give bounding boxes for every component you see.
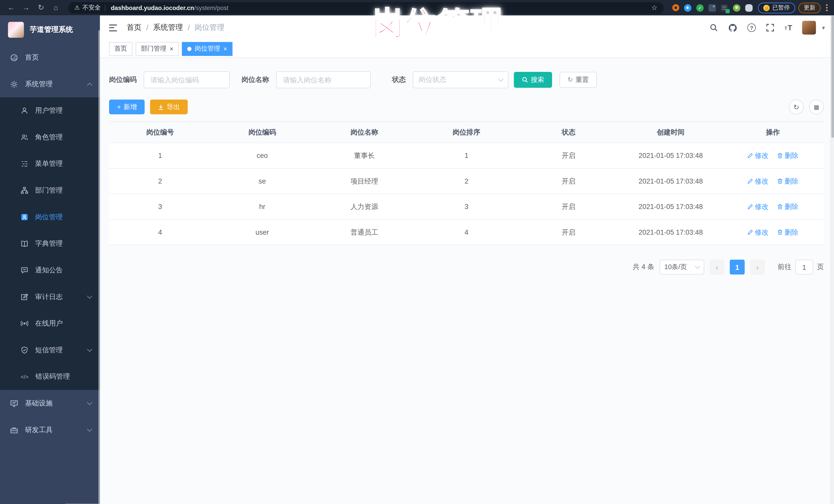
pin-extension-icon[interactable]	[684, 4, 692, 12]
download-icon	[158, 104, 164, 110]
check-extension-icon[interactable]: ✓	[696, 4, 704, 12]
home-icon[interactable]: ⌂	[50, 0, 62, 16]
sidebar-item-sms[interactable]: 短信管理	[0, 337, 100, 364]
column-header: 岗位编号	[109, 127, 211, 137]
edit-link[interactable]: 修改	[747, 227, 769, 237]
help-icon[interactable]: ?	[747, 23, 756, 32]
search-icon[interactable]	[709, 23, 718, 32]
edit-link[interactable]: 修改	[747, 151, 769, 160]
export-button[interactable]: 导出	[150, 100, 188, 114]
delete-link[interactable]: 删除	[777, 202, 798, 211]
page-scrollbar[interactable]	[830, 16, 834, 504]
update-button[interactable]: 更新	[798, 2, 821, 13]
paused-badge[interactable]: ☺ 已暂停	[758, 2, 795, 13]
sidebar-item-posts[interactable]: 岗位管理	[0, 204, 100, 231]
sidebar-item-label: 用户管理	[35, 106, 63, 115]
delete-link[interactable]: 删除	[777, 151, 798, 160]
cell-sort: 1	[415, 152, 518, 160]
prev-page-button[interactable]: ‹	[709, 260, 724, 275]
close-icon[interactable]: ×	[223, 45, 227, 52]
cell-sort: 2	[415, 177, 518, 185]
table-row[interactable]: 4 user 普通员工 4 开启 2021-01-05 17:03:48 修改 …	[109, 220, 824, 245]
refresh-icon: ↻	[568, 76, 573, 84]
sidebar-item-dict[interactable]: 字典管理	[0, 230, 100, 257]
close-icon[interactable]: ×	[170, 45, 174, 52]
table-header-row: 岗位编号 岗位编码 岗位名称 岗位排序 状态 创建时间 操作	[109, 122, 824, 143]
dashboard-icon	[10, 53, 18, 61]
sidebar-item-users[interactable]: 用户管理	[0, 97, 100, 124]
pencil-icon	[747, 229, 753, 235]
column-header: 操作	[722, 127, 824, 137]
delete-link[interactable]: 删除	[777, 227, 798, 237]
url-path: /system/post	[194, 5, 228, 11]
sidebar-item-error-codes[interactable]: </> 错误码管理	[0, 363, 100, 390]
sidebar-item-audit-log[interactable]: 审计日志	[0, 283, 100, 310]
sliders-extension-icon[interactable]	[708, 4, 716, 12]
search-button[interactable]: 搜索	[514, 72, 552, 88]
not-secure-label[interactable]: 不安全	[82, 4, 101, 12]
sidebar-item-label: 通知公告	[35, 265, 63, 275]
next-page-button[interactable]: ›	[750, 260, 765, 275]
table-row[interactable]: 1 ceo 董事长 1 开启 2021-01-05 17:03:48 修改 删除	[109, 143, 824, 169]
caret-down-icon[interactable]: ▾	[822, 24, 825, 31]
edit-link[interactable]: 修改	[747, 202, 769, 211]
post-name-input[interactable]	[276, 71, 371, 88]
reload-icon[interactable]: ↻	[35, 0, 47, 16]
cell-id: 1	[109, 152, 211, 160]
font-size-icon[interactable]: TT	[785, 24, 792, 31]
forward-icon[interactable]: →	[20, 0, 32, 16]
sidebar-item-depts[interactable]: 部门管理	[0, 177, 100, 204]
toolbox-icon	[10, 426, 18, 434]
list-extension-icon[interactable]	[721, 4, 728, 12]
avatar[interactable]	[803, 21, 816, 35]
search-button-label: 搜索	[531, 75, 544, 84]
delete-link[interactable]: 删除	[777, 176, 798, 186]
github-icon[interactable]	[728, 23, 737, 32]
donut-extension-icon[interactable]	[672, 4, 679, 11]
goto-page-input[interactable]	[795, 260, 813, 275]
collapse-sidebar-icon[interactable]	[109, 24, 117, 31]
tab-post[interactable]: 岗位管理 ×	[182, 42, 233, 56]
breadcrumb-section[interactable]: 系统管理	[153, 23, 183, 32]
puzzle-extension-icon[interactable]	[745, 4, 753, 12]
sidebar-item-notice[interactable]: 通知公告	[0, 257, 100, 284]
sidebar-item-home[interactable]: 首页	[0, 44, 100, 71]
online-signal-icon	[21, 320, 28, 327]
add-button[interactable]: + 新增	[109, 100, 145, 114]
tab-home[interactable]: 首页	[109, 42, 132, 56]
browser-menu-icon[interactable]	[826, 4, 828, 11]
address-bar[interactable]: ⚠ 不安全 dashboard.yudao.iocoder.cn /system…	[68, 2, 664, 14]
cell-name: 普通员工	[313, 227, 415, 237]
app-logo-row[interactable]: 芋道管理系统	[0, 16, 100, 44]
column-settings-button[interactable]: ▦	[809, 100, 824, 114]
table-row[interactable]: 2 se 项目经理 2 开启 2021-01-05 17:03:48 修改 删除	[109, 169, 824, 194]
table-row[interactable]: 3 hr 人力资源 3 开启 2021-01-05 17:03:48 修改 删除	[109, 194, 824, 220]
sidebar-item-menus[interactable]: 菜单管理	[0, 151, 100, 177]
sidebar-item-devtools[interactable]: 研发工具	[0, 416, 100, 443]
refresh-table-button[interactable]: ↻	[789, 100, 804, 114]
tab-dept[interactable]: 部门管理 ×	[135, 42, 179, 56]
sidebar-item-infrastructure[interactable]: 基础设施	[0, 390, 100, 417]
screen: ← → ↻ ⌂ ⚠ 不安全 dashboard.yudao.iocoder.cn…	[0, 0, 834, 504]
sidebar-item-roles[interactable]: 角色管理	[0, 124, 100, 151]
edit-link[interactable]: 修改	[747, 176, 769, 186]
breadcrumb-home[interactable]: 首页	[127, 23, 141, 32]
current-page-button[interactable]: 1	[730, 260, 745, 275]
sidebar-item-label: 菜单管理	[35, 159, 63, 169]
scrollbar-thumb[interactable]	[831, 16, 834, 138]
cell-id: 3	[109, 202, 211, 211]
fullscreen-icon[interactable]	[766, 23, 774, 32]
paw-extension-icon[interactable]	[733, 4, 740, 12]
tree-list-icon	[21, 160, 28, 168]
bookmark-star-icon[interactable]: ☆	[651, 4, 657, 12]
reset-button[interactable]: ↻ 重置	[559, 72, 597, 88]
back-icon[interactable]: ←	[5, 0, 17, 16]
sidebar-item-online-users[interactable]: 在线用户	[0, 310, 100, 337]
tab-label: 岗位管理	[195, 44, 220, 53]
chat-bubble-icon	[21, 266, 28, 274]
post-code-input[interactable]	[144, 71, 230, 88]
status-select[interactable]: 岗位状态	[413, 71, 508, 88]
cell-id: 4	[109, 228, 211, 236]
page-size-select[interactable]: 10条/页	[659, 260, 704, 275]
sidebar-item-system[interactable]: 系统管理	[0, 71, 100, 97]
